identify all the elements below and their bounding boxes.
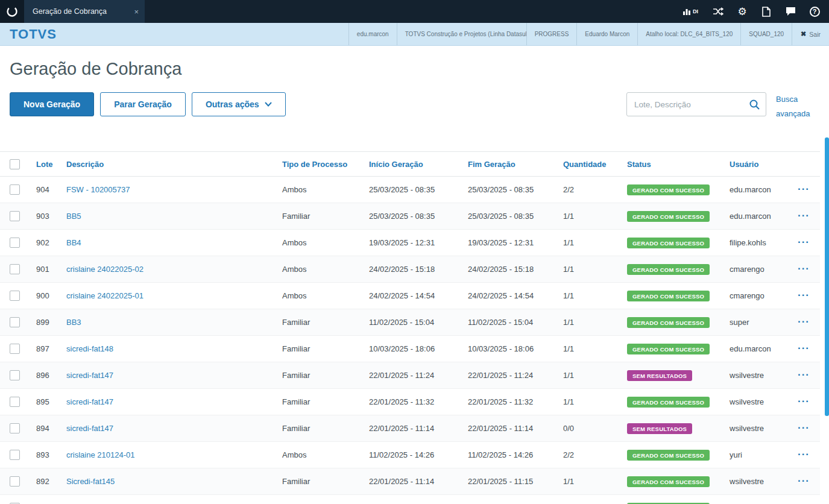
table-row: 901 crislaine 24022025-02 Ambos 24/02/20…	[0, 256, 820, 283]
row-descricao-link[interactable]: BB5	[66, 212, 81, 221]
row-inicio: 25/03/2025 - 08:35	[369, 212, 468, 221]
row-fim: 25/03/2025 - 08:35	[468, 212, 563, 221]
row-fim: 22/01/2025 - 11:14	[468, 424, 563, 433]
row-checkbox[interactable]	[10, 238, 20, 248]
row-inicio: 10/03/2025 - 18:06	[369, 344, 468, 353]
env-item: edu.marcon	[348, 23, 397, 45]
row-actions-menu[interactable]: ···	[798, 316, 810, 327]
env-item: Atalho local: DLC_64_BITS_120	[637, 23, 740, 45]
row-checkbox[interactable]	[10, 450, 20, 460]
row-descricao-link[interactable]: crislaine 24022025-01	[66, 291, 143, 300]
row-checkbox[interactable]	[10, 344, 20, 354]
chat-icon[interactable]	[778, 0, 802, 23]
row-usuario: edu.marcon	[730, 212, 798, 221]
row-checkbox[interactable]	[10, 476, 20, 487]
row-checkbox[interactable]	[10, 317, 20, 327]
status-badge: GERADO COM SUCESSO	[627, 344, 710, 354]
row-actions-menu[interactable]: ···	[798, 289, 810, 301]
row-tipo: Familiar	[282, 397, 369, 406]
app-header: TOTVS edu.marconTOTVS Construção e Proje…	[0, 23, 829, 46]
toolbar: Nova Geração Parar Geração Outras ações …	[10, 92, 819, 121]
row-descricao-link[interactable]: Sicredi-fat145	[66, 477, 115, 486]
row-actions-menu[interactable]: ···	[798, 236, 810, 248]
row-descricao-link[interactable]: sicredi-fat148	[66, 344, 113, 353]
row-lote: 904	[36, 185, 66, 194]
row-tipo: Familiar	[282, 424, 369, 433]
row-checkbox[interactable]	[10, 211, 20, 221]
row-inicio: 22/01/2025 - 11:14	[369, 424, 468, 433]
row-descricao-link[interactable]: sicredi-fat147	[66, 397, 113, 406]
help-icon[interactable]: ?	[802, 0, 827, 23]
table-row: 903 BB5 Familiar 25/03/2025 - 08:35 25/0…	[0, 203, 820, 230]
totvs-logo-icon[interactable]	[0, 0, 24, 23]
gear-icon[interactable]: ⚙	[730, 0, 754, 23]
row-usuario: wsilvestre	[730, 371, 798, 380]
logout-x-icon: ✖	[801, 30, 806, 38]
vertical-scrollbar[interactable]	[825, 137, 829, 416]
row-checkbox[interactable]	[10, 370, 20, 380]
search-input[interactable]	[626, 92, 766, 116]
row-actions-menu[interactable]: ···	[798, 502, 810, 504]
col-inicio-geracao: Início Geração	[369, 160, 468, 169]
other-actions-button[interactable]: Outras ações	[192, 92, 286, 116]
row-descricao-link[interactable]: BB3	[66, 318, 81, 327]
row-usuario: cmarengo	[730, 291, 798, 300]
table-row: 904 FSW - 102005737 Ambos 25/03/2025 - 0…	[0, 177, 820, 203]
row-actions-menu[interactable]: ···	[798, 183, 810, 195]
metrics-icon[interactable]: DI	[675, 0, 706, 23]
row-actions-menu[interactable]: ···	[798, 369, 810, 380]
row-checkbox[interactable]	[10, 397, 20, 407]
row-fim: 11/02/2025 - 14:26	[468, 450, 563, 459]
shuffle-icon[interactable]	[706, 0, 730, 23]
env-item: TOTVS Construção e Projetos (Linha Datas…	[397, 23, 526, 45]
row-tipo: Ambos	[282, 291, 369, 300]
row-usuario: wsilvestre	[730, 424, 798, 433]
new-generation-button[interactable]: Nova Geração	[10, 92, 94, 116]
row-inicio: 24/02/2025 - 15:18	[369, 265, 468, 274]
row-fim: 22/01/2025 - 11:32	[468, 397, 563, 406]
stop-generation-button[interactable]: Parar Geração	[100, 92, 186, 116]
row-lote: 901	[36, 265, 66, 274]
advanced-search-link[interactable]: Busca avançada	[776, 92, 819, 121]
table-row: 900 crislaine 24022025-01 Ambos 24/02/20…	[0, 283, 820, 309]
app-tab[interactable]: Geração de Cobrança ×	[24, 0, 145, 23]
logout-button[interactable]: ✖ Sair	[792, 23, 829, 45]
row-checkbox[interactable]	[10, 264, 20, 274]
row-descricao-link[interactable]: crislaine 24022025-02	[66, 265, 143, 274]
table-row: 892 Sicredi-fat145 Familiar 22/01/2025 -…	[0, 468, 820, 495]
table-row: 896 sicredi-fat147 Familiar 22/01/2025 -…	[0, 362, 820, 389]
row-actions-menu[interactable]: ···	[798, 263, 810, 274]
row-usuario: cmarengo	[730, 265, 798, 274]
col-status: Status	[627, 160, 730, 169]
document-icon[interactable]	[754, 0, 778, 23]
row-lote: 900	[36, 291, 66, 300]
row-descricao-link[interactable]: crislaine 210124-01	[66, 450, 134, 459]
row-descricao-link[interactable]: sicredi-fat147	[66, 371, 113, 380]
env-item: SQUAD_120	[740, 23, 792, 45]
status-badge: GERADO COM SUCESSO	[627, 184, 710, 195]
row-actions-menu[interactable]: ···	[798, 422, 810, 433]
row-actions-menu[interactable]: ···	[798, 210, 810, 221]
row-descricao-link[interactable]: BB4	[66, 238, 81, 247]
row-inicio: 19/03/2025 - 12:31	[369, 238, 468, 247]
row-usuario: yuri	[730, 450, 798, 459]
row-lote: 899	[36, 318, 66, 327]
tab-close-icon[interactable]: ×	[134, 7, 139, 16]
row-actions-menu[interactable]: ···	[798, 395, 810, 407]
row-actions-menu[interactable]: ···	[798, 475, 810, 487]
select-all-checkbox[interactable]	[10, 159, 20, 169]
search-icon[interactable]	[747, 97, 761, 112]
row-checkbox[interactable]	[10, 184, 20, 195]
row-descricao-link[interactable]: sicredi-fat147	[66, 424, 113, 433]
row-quantidade: 2/2	[563, 450, 627, 459]
row-actions-menu[interactable]: ···	[798, 449, 810, 460]
row-fim: 24/02/2025 - 14:54	[468, 291, 563, 300]
row-checkbox[interactable]	[10, 423, 20, 433]
row-actions-menu[interactable]: ···	[798, 342, 810, 354]
row-descricao-link[interactable]: FSW - 102005737	[66, 185, 130, 194]
data-grid: Lote Descrição Tipo de Processo Início G…	[0, 151, 820, 504]
row-checkbox[interactable]	[10, 291, 20, 301]
browser-topbar: Geração de Cobrança × DI ⚙	[0, 0, 829, 23]
row-tipo: Familiar	[282, 344, 369, 353]
other-actions-label: Outras ações	[206, 99, 259, 109]
